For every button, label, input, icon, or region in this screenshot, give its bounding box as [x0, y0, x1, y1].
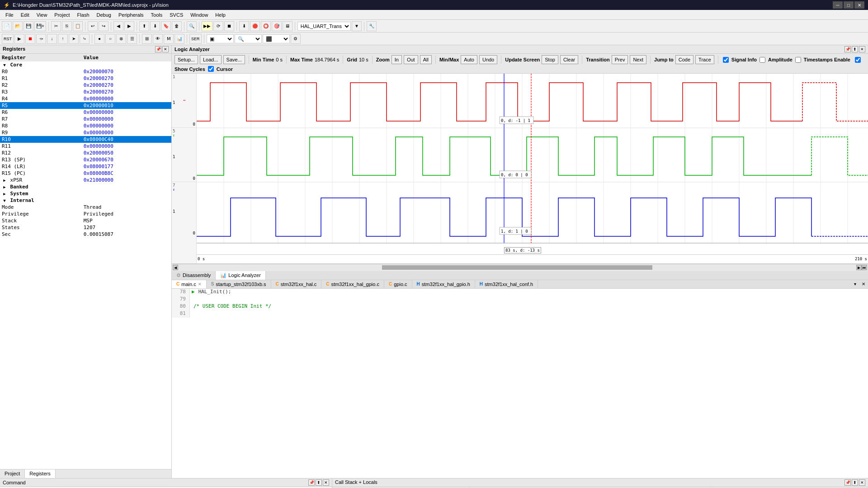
bp-list-button[interactable]: ☰	[127, 34, 137, 44]
la-scrollbar[interactable]: ◀ ▶ ⏭	[172, 264, 868, 271]
perf-button[interactable]: 📊	[175, 34, 184, 44]
tab-registers[interactable]: Registers	[25, 469, 55, 478]
cs-float-button[interactable]: ⬆	[852, 479, 858, 486]
la-setup-button[interactable]: Setup...	[175, 55, 198, 64]
bookmark-toggle-button[interactable]: 🔖	[161, 21, 171, 31]
table-row[interactable]: Sec 0.00015087	[0, 231, 171, 238]
undo-button[interactable]: ↩	[88, 21, 98, 31]
debug-start-button[interactable]: 🔴	[250, 21, 260, 31]
tab-logic-analyzer[interactable]: 📊 Logic Analyzer	[216, 271, 266, 280]
la-prev-button[interactable]: Prev	[612, 55, 628, 64]
command-pin-button[interactable]: 📌	[308, 479, 315, 486]
nav-back-button[interactable]: ◀	[113, 21, 123, 31]
code-tabs-close[interactable]: ✕	[859, 281, 868, 287]
save-all-button[interactable]: 💾+	[34, 21, 46, 31]
cs-pin-button[interactable]: 📌	[844, 479, 851, 486]
la-close-button[interactable]: ✕	[859, 46, 865, 52]
menu-edit[interactable]: Edit	[17, 11, 33, 19]
minimize-button[interactable]: ─	[833, 1, 843, 9]
table-row[interactable]: R13 (SP) 0x20000670	[0, 156, 171, 163]
new-button[interactable]: 📄	[2, 21, 12, 31]
la-scroll-right[interactable]: ▶	[856, 265, 862, 270]
table-row[interactable]: ▶ Banked	[0, 183, 171, 190]
code-tab-startup[interactable]: S startup_stm32f103xb.s	[207, 280, 271, 288]
table-row[interactable]: ▼ Internal	[0, 197, 171, 204]
debug-target-button[interactable]: 🎯	[272, 21, 282, 31]
la-waveform-area[interactable]: 1 ↕ 1 0 5 ↕ 1 0 7 ↕	[172, 74, 868, 264]
menu-window[interactable]: Window	[187, 11, 212, 19]
bp-disable-button[interactable]: ○	[105, 34, 115, 44]
table-row[interactable]: R6 0x00000000	[0, 109, 171, 116]
la-code-button[interactable]: Code	[675, 55, 693, 64]
tab-project[interactable]: Project	[0, 469, 25, 478]
code-tab-gpio-c[interactable]: C gpio.c	[384, 280, 412, 288]
menu-view[interactable]: View	[33, 11, 51, 19]
la-trace-button[interactable]: Trace	[695, 55, 714, 64]
la-scroll-track[interactable]	[179, 265, 855, 270]
step-into-button[interactable]: ↓	[47, 34, 57, 44]
code-tab-hal-gpio-h[interactable]: H stm32f1xx_hal_gpio.h	[412, 280, 475, 288]
la-show-cycles-check[interactable]	[855, 57, 861, 63]
la-zoom-in-button[interactable]: In	[392, 55, 402, 64]
step-out-button[interactable]: ↑	[58, 34, 68, 44]
menu-file[interactable]: File	[2, 11, 17, 19]
debug-stop-button[interactable]: ⭕	[261, 21, 271, 31]
memory-button[interactable]: Ⅿ	[164, 34, 174, 44]
reset-button[interactable]: RST	[2, 34, 14, 44]
command-float-button[interactable]: ⬆	[316, 479, 322, 486]
maximize-button[interactable]: □	[844, 1, 854, 9]
redo-button[interactable]: ↪	[99, 21, 108, 31]
rebuild-button[interactable]: ⟳	[213, 21, 223, 31]
table-row[interactable]: R15 (PC) 0x08000B8C	[0, 170, 171, 177]
bookmark-next-button[interactable]: ⬇	[150, 21, 160, 31]
la-scroll-thumb[interactable]	[382, 265, 652, 270]
table-row[interactable]: R1 0x20000270	[0, 75, 171, 82]
download-button[interactable]: ⬇	[239, 21, 249, 31]
table-row[interactable]: R8 0x00000000	[0, 122, 171, 129]
table-row[interactable]: R12 0x20000050	[0, 150, 171, 156]
menu-project[interactable]: Project	[51, 11, 73, 19]
table-row[interactable]: R11 0x00000000	[0, 143, 171, 150]
close-button[interactable]: ✕	[854, 1, 864, 9]
la-next-button[interactable]: Next	[630, 55, 646, 64]
la-auto-button[interactable]: Auto	[461, 55, 477, 64]
paste-button[interactable]: 📋	[73, 21, 83, 31]
code-tab-hal-conf-h[interactable]: H stm32f1xx_hal_conf.h	[475, 280, 538, 288]
la-zoom-all-button[interactable]: All	[420, 55, 432, 64]
table-row[interactable]: ▶ System	[0, 190, 171, 197]
bookmark-prev-button[interactable]: ⬆	[139, 21, 149, 31]
table-row[interactable]: R4 0x00000000	[0, 95, 171, 102]
la-pin-button[interactable]: 📌	[844, 46, 851, 52]
target-settings-button[interactable]: ▼	[352, 21, 362, 31]
main-c-close[interactable]: ✕	[198, 282, 202, 286]
la-waveforms-container[interactable]: 0, d: -1 | 1 0, d: 0 | 0 1, d: 1 | 0	[197, 74, 868, 263]
code-tab-hal-gpio[interactable]: C stm32f1xx_hal_gpio.c	[321, 280, 384, 288]
show-next-button[interactable]: ⤷	[80, 34, 90, 44]
table-row[interactable]: Stack MSP	[0, 217, 171, 224]
registers-close-button[interactable]: ✕	[162, 46, 169, 52]
la-float-button[interactable]: ⬆	[852, 46, 858, 52]
la-scroll-left[interactable]: ◀	[173, 265, 178, 270]
serial-win-button[interactable]: SER	[189, 34, 202, 44]
table-row[interactable]: Privilege Privileged	[0, 211, 171, 217]
la-scroll-end[interactable]: ⏭	[862, 265, 867, 270]
disasm-button[interactable]: ⊞	[142, 34, 152, 44]
table-row[interactable]: Mode Thread	[0, 204, 171, 211]
la-cursor-check[interactable]	[208, 66, 214, 72]
tab-disassembly[interactable]: ⚙ Disassembly	[172, 271, 216, 280]
step-over-button[interactable]: ⤼	[36, 34, 46, 44]
open-button[interactable]: 📂	[13, 21, 23, 31]
table-row[interactable]: States 1207	[0, 224, 171, 231]
code-tabs-dropdown[interactable]: ▾	[851, 281, 859, 287]
table-row[interactable]: R2 0x20000270	[0, 82, 171, 89]
menu-tools[interactable]: Tools	[147, 11, 166, 19]
table-row[interactable]: ▶ xPSR 0x21000000	[0, 177, 171, 183]
la-signal-info-check[interactable]	[723, 57, 729, 63]
code-editor[interactable]: 78 ▶ HAL_Init(); 79 80 /* USER CODE BEGI…	[172, 289, 868, 479]
cs-close-button[interactable]: ✕	[859, 479, 865, 486]
la-clear-button[interactable]: Clear	[560, 55, 578, 64]
display-select[interactable]: ⬛	[263, 34, 290, 43]
table-row[interactable]: R10 0x08000C40	[0, 136, 171, 143]
menu-peripherals[interactable]: Peripherals	[115, 11, 147, 19]
table-row[interactable]: R7 0x00000000	[0, 116, 171, 122]
